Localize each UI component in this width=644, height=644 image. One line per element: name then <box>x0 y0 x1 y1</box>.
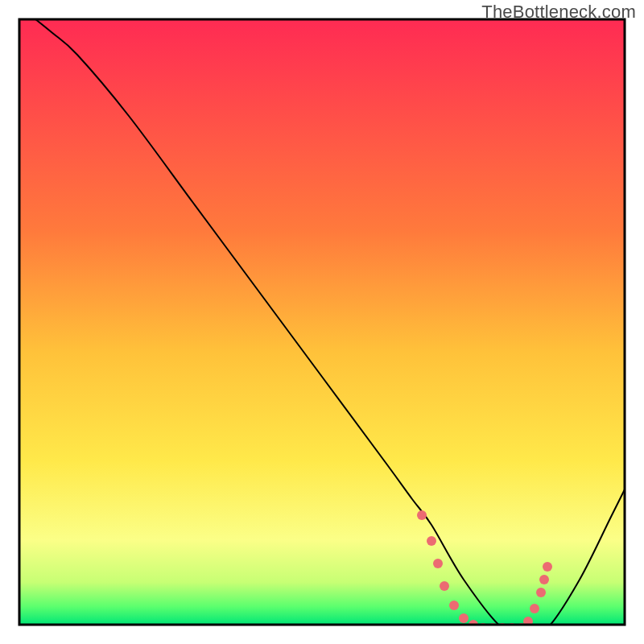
chart-stage: TheBottleneck.com <box>0 0 644 644</box>
pink-dot <box>536 588 546 597</box>
pink-dot <box>539 575 549 584</box>
watermark-text: TheBottleneck.com <box>481 2 636 23</box>
gradient-background <box>19 19 625 625</box>
pink-dot <box>449 601 459 610</box>
pink-dot <box>459 613 469 623</box>
chart-svg <box>0 0 644 644</box>
pink-dot <box>417 510 427 520</box>
pink-dot <box>543 562 552 572</box>
pink-dot <box>530 604 539 613</box>
pink-dot <box>440 581 449 591</box>
pink-dot <box>433 559 443 568</box>
pink-dot <box>427 536 436 546</box>
